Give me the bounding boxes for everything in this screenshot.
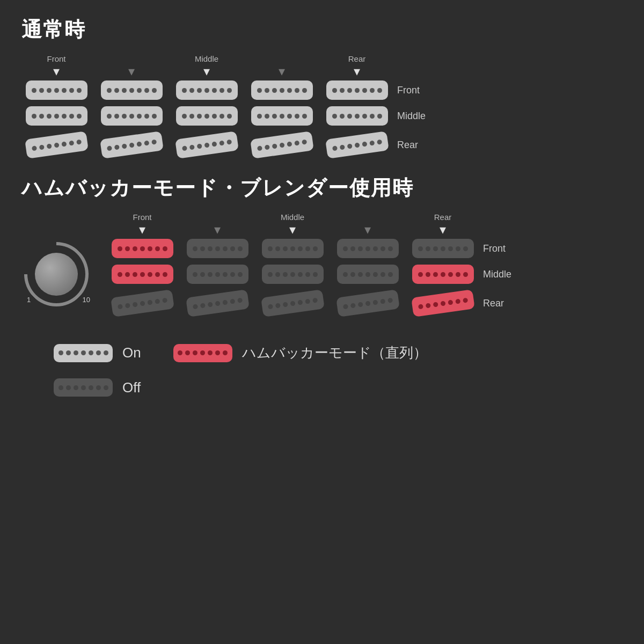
row2-label-front: Front bbox=[483, 238, 521, 259]
row-rear-1: Rear bbox=[21, 131, 623, 158]
section2-title: ハムバッカーモード・ブレンダー使用時 bbox=[21, 174, 623, 202]
col2-header-middle: Middle bbox=[281, 213, 304, 222]
pickup-r3c5 bbox=[325, 131, 389, 159]
legend-row-1: On ハムバッカーモード（直列） bbox=[54, 343, 623, 362]
pickup2-r3c2 bbox=[186, 289, 250, 317]
knob[interactable]: 1 10 bbox=[21, 239, 91, 309]
pickup2-r1c3 bbox=[262, 239, 324, 258]
switch2-icon-1: ▾ bbox=[139, 223, 145, 236]
pickup-r3c1 bbox=[25, 131, 89, 159]
switch2-icon-5: ▾ bbox=[440, 223, 446, 236]
legend-hum-label: ハムバッカーモード（直列） bbox=[242, 343, 427, 362]
pickup-r2c5 bbox=[326, 106, 388, 126]
switch-icon-2: ▾ bbox=[128, 65, 135, 78]
pickup2-r3c1 bbox=[111, 289, 174, 317]
pickup-r2c2 bbox=[101, 106, 163, 126]
col-header-front-1: Front bbox=[47, 54, 65, 63]
pickup-r1c2 bbox=[101, 80, 163, 100]
switch-icon-4: ▾ bbox=[279, 65, 285, 78]
row-middle-1: Middle bbox=[21, 106, 623, 126]
col2-header-front: Front bbox=[133, 213, 151, 222]
pickup-r1c5 bbox=[326, 80, 388, 100]
pickup-r1c3 bbox=[176, 80, 238, 100]
switch2-icon-4: ▾ bbox=[364, 223, 371, 236]
pickup2-r1c5 bbox=[412, 239, 474, 258]
row2-rear: Rear bbox=[107, 290, 521, 317]
section-hum: ハムバッカーモード・ブレンダー使用時 1 10 Front ▾ bbox=[21, 174, 623, 317]
row-label-rear-1: Rear bbox=[397, 135, 435, 155]
pickup2-r3c3 bbox=[261, 289, 325, 317]
row-label-middle-1: Middle bbox=[397, 106, 435, 126]
row2-label-rear: Rear bbox=[483, 293, 521, 313]
pickup2-r2c4 bbox=[337, 265, 399, 284]
pickup-r3c3 bbox=[175, 131, 239, 159]
legend: On ハムバッカーモード（直列） Off bbox=[54, 343, 623, 397]
row2-front: Front bbox=[107, 238, 521, 259]
legend-on-pickup bbox=[54, 344, 113, 362]
legend-on-label: On bbox=[122, 345, 141, 361]
knob-body bbox=[35, 253, 78, 296]
legend-hum-pickup bbox=[173, 344, 232, 362]
switch-icon-3: ▾ bbox=[203, 65, 210, 78]
switch2-icon-3: ▾ bbox=[289, 223, 296, 236]
pickup2-r1c2 bbox=[187, 239, 248, 258]
pickup2-r1c4 bbox=[337, 239, 399, 258]
pickup2-r3c4 bbox=[336, 289, 400, 317]
pickup2-r2c5 bbox=[412, 265, 474, 284]
legend-hum: ハムバッカーモード（直列） bbox=[173, 343, 427, 362]
legend-off-pickup bbox=[54, 378, 113, 397]
col2-header-rear: Rear bbox=[434, 213, 452, 222]
legend-off-label: Off bbox=[122, 379, 141, 396]
row2-label-middle: Middle bbox=[483, 264, 521, 284]
switch2-icon-2: ▾ bbox=[214, 223, 221, 236]
pickup-r1c1 bbox=[26, 80, 87, 100]
section1-title: 通常時 bbox=[21, 16, 623, 43]
knob-label-max: 10 bbox=[83, 296, 90, 304]
pickup-r3c4 bbox=[250, 131, 314, 159]
pickup-r3c2 bbox=[100, 131, 164, 159]
section1-matrix: Front ▾ ▾ Middle ▾ ▾ bbox=[21, 54, 623, 158]
pickup-r1c4 bbox=[251, 80, 313, 100]
pickup-r2c4 bbox=[251, 106, 313, 126]
switch-icon-5: ▾ bbox=[354, 65, 360, 78]
switch-icon-1: ▾ bbox=[53, 65, 60, 78]
section2-content: 1 10 Front ▾ ▾ Middle bbox=[21, 213, 623, 317]
pickup-r2c1 bbox=[26, 106, 87, 126]
legend-on: On bbox=[54, 344, 141, 362]
pickup2-r2c2 bbox=[187, 265, 248, 284]
row-front-1: Front bbox=[21, 80, 623, 100]
col-header-middle-1: Middle bbox=[195, 54, 218, 63]
pickup-r2c3 bbox=[176, 106, 238, 126]
pickup2-r2c3 bbox=[262, 265, 324, 284]
section-normal: 通常時 Front ▾ ▾ Middle ▾ bbox=[21, 16, 623, 158]
legend-off: Off bbox=[54, 378, 623, 397]
knob-label-min: 1 bbox=[27, 296, 31, 304]
pickup2-r1c1 bbox=[112, 239, 173, 258]
row-label-front-1: Front bbox=[397, 80, 435, 100]
col-header-rear-1: Rear bbox=[348, 54, 366, 63]
section2-matrix: Front ▾ ▾ Middle ▾ ▾ bbox=[107, 213, 521, 317]
knob-area: 1 10 bbox=[21, 239, 91, 309]
pickup2-r2c1 bbox=[112, 265, 173, 284]
pickup2-r3c5 bbox=[411, 289, 475, 317]
row2-middle: Middle bbox=[107, 264, 521, 284]
